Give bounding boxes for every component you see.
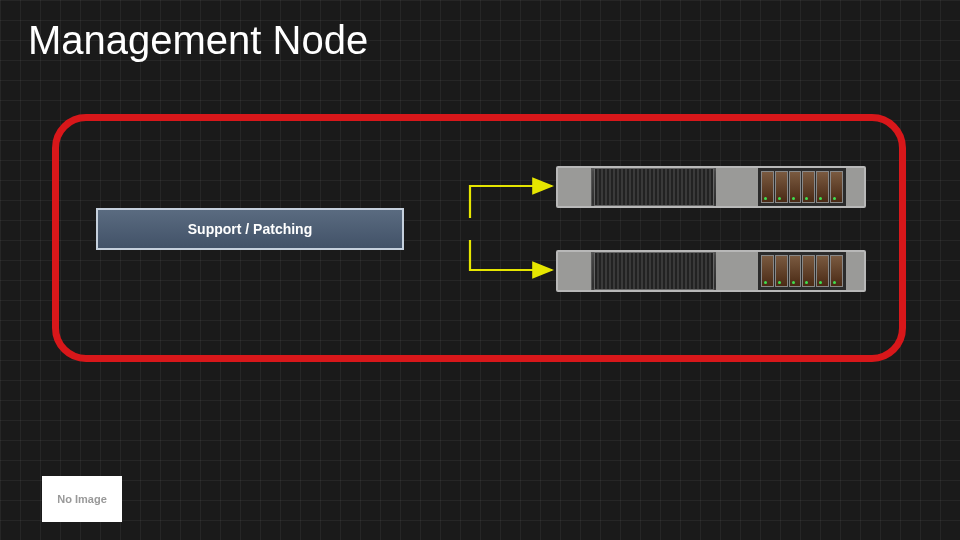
server-vent	[594, 168, 714, 206]
no-image-text: No Image	[57, 493, 107, 505]
server-handle-right	[846, 168, 864, 206]
no-image-placeholder: No Image	[42, 476, 122, 522]
support-patching-label: Support / Patching	[188, 221, 312, 237]
drive-slot	[761, 171, 774, 203]
drive-slot	[830, 171, 843, 203]
server-drive-bays	[758, 168, 846, 206]
drive-slot	[802, 171, 815, 203]
page-title: Management Node	[28, 18, 368, 63]
server-vent	[594, 252, 714, 290]
server-panel	[716, 168, 758, 206]
server-handle-left	[558, 168, 592, 206]
server-handle-left	[558, 252, 592, 290]
server-panel	[716, 252, 758, 290]
server-drive-bays	[758, 252, 846, 290]
drive-slot	[775, 255, 788, 287]
drive-slot	[816, 171, 829, 203]
drive-slot	[816, 255, 829, 287]
drive-slot	[802, 255, 815, 287]
drive-slot	[775, 171, 788, 203]
server-handle-right	[846, 252, 864, 290]
drive-slot	[761, 255, 774, 287]
drive-slot	[789, 255, 802, 287]
server-1	[556, 166, 866, 208]
drive-slot	[830, 255, 843, 287]
support-patching-box: Support / Patching	[96, 208, 404, 250]
drive-slot	[789, 171, 802, 203]
server-2	[556, 250, 866, 292]
